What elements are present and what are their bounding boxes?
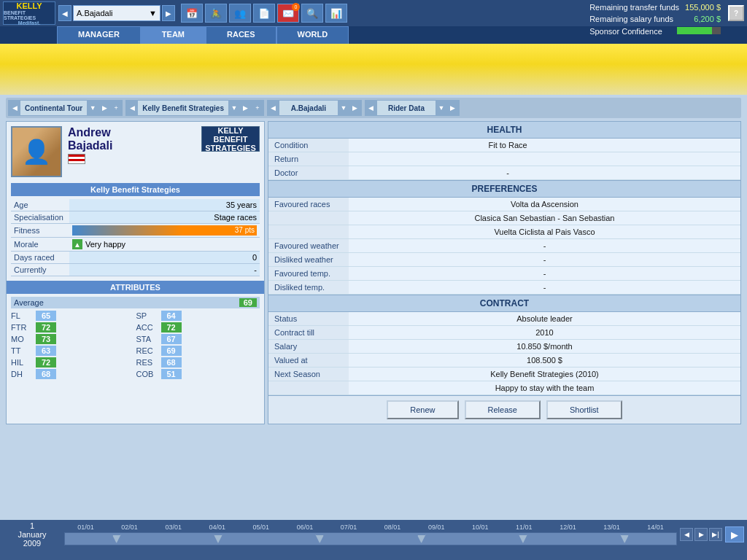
left-panel: 👤 Andrew Bajadali KELLY BENEFIT STRATEGI… (6, 121, 265, 424)
attr-value: 72 (161, 322, 182, 332)
rider-expand-button[interactable]: ▼ (338, 100, 349, 116)
tl-prev-button[interactable]: ◀ (680, 528, 693, 541)
rider-selector[interactable]: A.Bajadali ▼ (73, 5, 160, 21)
tl-month-label: 03/01 (152, 524, 195, 531)
main-content: ◀ Continental Tour ▼ ▶ + ◀ Kelly Benefit… (0, 95, 747, 520)
rider-next-button[interactable]: ▶ (349, 100, 361, 116)
tour-plus-button[interactable]: + (110, 100, 122, 116)
shortlist-button[interactable]: Shortlist (546, 400, 622, 419)
icon-search[interactable]: 🔍 (301, 4, 323, 23)
icon-document[interactable]: 📄 (253, 4, 275, 23)
advance-button[interactable]: ▶ (725, 526, 744, 542)
team-expand-button[interactable]: ▼ (228, 100, 240, 116)
tl-month-label: 12/01 (546, 524, 589, 531)
timeline: 1 January 2009 01/0102/0103/0104/0105/01… (0, 520, 747, 560)
attr-name: HIL (11, 358, 34, 367)
view-next-button[interactable]: ▶ (447, 100, 459, 116)
contract-table: Status Absolute leader Contract till 201… (268, 312, 740, 395)
icon-mail[interactable]: ✉️ 0 (277, 4, 299, 23)
tab-world[interactable]: WORLD (276, 26, 349, 44)
icon-calendar[interactable]: 📅 (181, 4, 203, 23)
attr-row: FL 65 (11, 311, 135, 321)
attributes-header: ATTRIBUTES (7, 281, 264, 294)
tl-marker-5 (519, 534, 527, 543)
release-button[interactable]: Release (465, 400, 541, 419)
till-label: Contract till (268, 326, 349, 340)
attr-value: 64 (161, 311, 182, 321)
icon-rider[interactable]: 🚴 (205, 4, 227, 23)
tl-month-label: 04/01 (196, 524, 239, 531)
fav-races-row3: Vuelta Ciclista al Pais Vasco (268, 225, 740, 239)
icon-stats[interactable]: 📊 (325, 4, 347, 23)
icon-team[interactable]: 👥 (229, 4, 251, 23)
condition-value: Fit to Race (349, 139, 667, 152)
morale-cell: ▲ Very happy (72, 239, 257, 249)
doctor-value: - (349, 166, 667, 180)
condition-extra (667, 139, 740, 152)
team-logo: KELLY BENEFIT STRATEGIES (201, 126, 260, 152)
tour-prev-button[interactable]: ◀ (9, 100, 20, 116)
attr-row: REC 69 (136, 346, 260, 356)
status-value: Absolute leader (349, 312, 740, 326)
tab-team[interactable]: TEAM (141, 26, 206, 44)
condition-label: Condition (268, 139, 349, 152)
attr-name: DH (11, 370, 34, 378)
prev-rider-button[interactable]: ◀ (58, 5, 71, 21)
fav-races-row1: Favoured races Volta da Ascension (268, 198, 740, 211)
doctor-row: Doctor - (268, 166, 740, 180)
till-value: 2010 (349, 326, 740, 340)
fav-races-label3 (268, 225, 349, 239)
date-month: January (18, 530, 46, 539)
transfer-value: 155,000 $ (685, 1, 721, 14)
view-expand-button[interactable]: ▼ (436, 100, 447, 116)
tl-month-label: 09/01 (415, 524, 458, 531)
next-row: Next Season Kelly Benefit Strategies (20… (268, 368, 740, 381)
tl-end-button[interactable]: ▶| (709, 528, 722, 541)
team-logo-line2: BENEFIT (213, 135, 247, 144)
tour-next-button[interactable]: ▶ (98, 100, 110, 116)
attributes-grid: FL 65 SP 64 FTR 72 ACC 72 MO 73 STA 67 T… (11, 311, 260, 379)
help-button[interactable]: ? (728, 5, 744, 21)
fav-race-1: Volta da Ascension (349, 198, 740, 211)
logo-sub: BENEFIT STRATEGIES (4, 10, 55, 20)
tl-month-label: 07/01 (327, 524, 370, 531)
fitness-bar: 37 pts (72, 225, 257, 236)
tab-manager[interactable]: MANAGER (57, 26, 141, 44)
renew-button[interactable]: Renew (387, 400, 458, 419)
tour-nav-group: ◀ Continental Tour ▼ ▶ + (8, 100, 123, 116)
condition-row: Condition Fit to Race (268, 139, 740, 152)
team-name-box: Kelly Benefit Strategies (11, 183, 260, 196)
currently-row: Currently - (11, 264, 260, 276)
attr-value: 69 (161, 346, 182, 356)
next-rider-button[interactable]: ▶ (162, 5, 175, 21)
attr-name: MO (11, 335, 34, 343)
team-prev-button[interactable]: ◀ (126, 100, 138, 116)
morale-text: Very happy (85, 240, 125, 249)
rider-prev-button[interactable]: ◀ (268, 100, 279, 116)
morale-row: Morale ▲ Very happy (11, 238, 260, 252)
team-next-button[interactable]: ▶ (240, 100, 252, 116)
timeline-bar[interactable] (64, 532, 677, 545)
fitness-value: 37 pts (69, 224, 260, 238)
tour-expand-button[interactable]: ▼ (87, 100, 98, 116)
attr-avg-value: 69 (239, 298, 257, 307)
attr-name: TT (11, 346, 34, 355)
attr-value: 68 (36, 369, 56, 379)
attr-value: 68 (161, 357, 182, 368)
tl-next-button[interactable]: ▶ (694, 528, 708, 541)
rider-nav-label: A.Bajadali (279, 104, 338, 112)
status-row: Status Absolute leader (268, 312, 740, 326)
attr-name: FTR (11, 323, 34, 332)
currently-label: Currently (11, 264, 69, 276)
attr-row: RES 68 (136, 357, 260, 368)
view-prev-button[interactable]: ◀ (365, 100, 377, 116)
team-plus-button[interactable]: + (252, 100, 263, 116)
tab-races[interactable]: RACES (206, 26, 276, 44)
nav-row: ◀ Continental Tour ▼ ▶ + ◀ Kelly Benefit… (6, 98, 741, 118)
contract-salary-label: Salary (268, 340, 349, 354)
right-panel: HEALTH Condition Fit to Race Return Doct… (268, 121, 741, 424)
attr-row: COB 51 (136, 369, 260, 379)
attr-name: COB (136, 370, 160, 378)
tl-marker-4 (417, 534, 426, 543)
nav-arrows: ◀ A.Bajadali ▼ ▶ (58, 5, 175, 21)
